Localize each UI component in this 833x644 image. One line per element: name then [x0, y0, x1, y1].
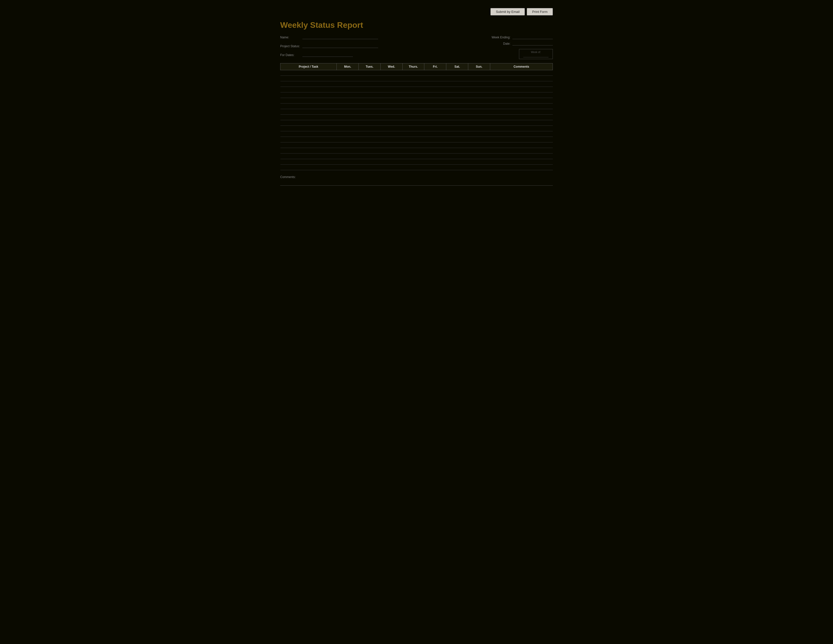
row-11-col-4-input[interactable]: [402, 131, 425, 137]
row-9-col-4-input[interactable]: [402, 120, 425, 126]
row-3-col-3-input[interactable]: [380, 87, 402, 92]
row-17-col-4-input[interactable]: [402, 165, 425, 170]
row-17-col-0-input[interactable]: [280, 165, 337, 170]
row-12-col-6-input[interactable]: [446, 137, 468, 142]
row-10-col-2-input[interactable]: [359, 126, 381, 131]
row-6-col-1-input[interactable]: [337, 103, 359, 109]
row-10-col-5-input[interactable]: [425, 126, 446, 131]
row-3-col-2-input[interactable]: [359, 87, 381, 92]
print-form-button[interactable]: Print Form: [527, 8, 553, 15]
row-9-col-1-input[interactable]: [337, 120, 359, 126]
row-11-col-6-input[interactable]: [446, 131, 468, 137]
row-6-col-2-input[interactable]: [359, 103, 381, 109]
row-16-col-8-input[interactable]: [490, 159, 553, 164]
row-4-col-2-input[interactable]: [359, 92, 381, 98]
row-15-col-1-input[interactable]: [337, 153, 359, 159]
row-7-col-0-input[interactable]: [280, 109, 337, 114]
row-0-col-2-input[interactable]: [359, 70, 381, 76]
row-13-col-2-input[interactable]: [359, 142, 381, 148]
row-2-col-6-input[interactable]: [446, 81, 468, 87]
row-6-col-0-input[interactable]: [280, 103, 337, 109]
row-11-col-2-input[interactable]: [359, 131, 381, 137]
week-of-input[interactable]: [523, 54, 548, 57]
row-1-col-8-input[interactable]: [490, 76, 553, 81]
row-0-col-0-input[interactable]: [280, 70, 337, 76]
row-10-col-4-input[interactable]: [402, 126, 425, 131]
row-15-col-8-input[interactable]: [490, 153, 553, 159]
row-16-col-7-input[interactable]: [468, 159, 490, 164]
row-11-col-8-input[interactable]: [490, 131, 553, 137]
row-1-col-2-input[interactable]: [359, 76, 381, 81]
row-14-col-6-input[interactable]: [446, 148, 468, 153]
row-6-col-3-input[interactable]: [380, 103, 402, 109]
row-12-col-8-input[interactable]: [490, 137, 553, 142]
row-1-col-6-input[interactable]: [446, 76, 468, 81]
row-2-col-2-input[interactable]: [359, 81, 381, 87]
row-4-col-1-input[interactable]: [337, 92, 359, 98]
row-14-col-4-input[interactable]: [402, 148, 425, 153]
row-17-col-3-input[interactable]: [380, 165, 402, 170]
row-17-col-2-input[interactable]: [359, 165, 381, 170]
row-15-col-6-input[interactable]: [446, 153, 468, 159]
row-17-col-6-input[interactable]: [446, 165, 468, 170]
row-4-col-0-input[interactable]: [280, 92, 337, 98]
row-2-col-1-input[interactable]: [337, 81, 359, 87]
row-16-col-0-input[interactable]: [280, 159, 337, 164]
row-4-col-3-input[interactable]: [380, 92, 402, 98]
row-3-col-1-input[interactable]: [337, 87, 359, 92]
row-13-col-1-input[interactable]: [337, 142, 359, 148]
row-9-col-5-input[interactable]: [425, 120, 446, 126]
row-3-col-6-input[interactable]: [446, 87, 468, 92]
row-4-col-4-input[interactable]: [402, 92, 425, 98]
row-6-col-8-input[interactable]: [490, 103, 553, 109]
row-10-col-8-input[interactable]: [490, 126, 553, 131]
row-7-col-2-input[interactable]: [359, 109, 381, 114]
row-15-col-2-input[interactable]: [359, 153, 381, 159]
row-16-col-5-input[interactable]: [425, 159, 446, 164]
row-8-col-5-input[interactable]: [425, 115, 446, 120]
row-13-col-5-input[interactable]: [425, 142, 446, 148]
row-17-col-5-input[interactable]: [425, 165, 446, 170]
row-4-col-8-input[interactable]: [490, 92, 553, 98]
row-2-col-4-input[interactable]: [402, 81, 425, 87]
row-8-col-4-input[interactable]: [402, 115, 425, 120]
submit-email-button[interactable]: Submit by Email: [490, 8, 525, 15]
row-2-col-3-input[interactable]: [380, 81, 402, 87]
row-8-col-8-input[interactable]: [490, 115, 553, 120]
row-7-col-1-input[interactable]: [337, 109, 359, 114]
row-4-col-5-input[interactable]: [425, 92, 446, 98]
row-3-col-5-input[interactable]: [425, 87, 446, 92]
row-9-col-7-input[interactable]: [468, 120, 490, 126]
row-16-col-4-input[interactable]: [402, 159, 425, 164]
row-3-col-0-input[interactable]: [280, 87, 337, 92]
row-6-col-5-input[interactable]: [425, 103, 446, 109]
row-12-col-2-input[interactable]: [359, 137, 381, 142]
row-1-col-1-input[interactable]: [337, 76, 359, 81]
row-13-col-6-input[interactable]: [446, 142, 468, 148]
row-16-col-6-input[interactable]: [446, 159, 468, 164]
row-10-col-7-input[interactable]: [468, 126, 490, 131]
row-7-col-6-input[interactable]: [446, 109, 468, 114]
row-0-col-7-input[interactable]: [468, 70, 490, 76]
row-14-col-0-input[interactable]: [280, 148, 337, 153]
row-14-col-5-input[interactable]: [425, 148, 446, 153]
row-2-col-7-input[interactable]: [468, 81, 490, 87]
row-7-col-4-input[interactable]: [402, 109, 425, 114]
row-14-col-2-input[interactable]: [359, 148, 381, 153]
row-1-col-7-input[interactable]: [468, 76, 490, 81]
row-11-col-1-input[interactable]: [337, 131, 359, 137]
row-3-col-4-input[interactable]: [402, 87, 425, 92]
for-dates-input[interactable]: [302, 52, 353, 57]
row-5-col-4-input[interactable]: [402, 98, 425, 103]
row-15-col-7-input[interactable]: [468, 153, 490, 159]
row-12-col-7-input[interactable]: [468, 137, 490, 142]
row-13-col-0-input[interactable]: [280, 142, 337, 148]
row-11-col-0-input[interactable]: [280, 131, 337, 137]
row-2-col-8-input[interactable]: [490, 81, 553, 87]
row-9-col-6-input[interactable]: [446, 120, 468, 126]
row-5-col-0-input[interactable]: [280, 98, 337, 103]
row-17-col-7-input[interactable]: [468, 165, 490, 170]
bottom-comments-input[interactable]: [280, 180, 553, 186]
row-14-col-3-input[interactable]: [380, 148, 402, 153]
row-12-col-0-input[interactable]: [280, 137, 337, 142]
